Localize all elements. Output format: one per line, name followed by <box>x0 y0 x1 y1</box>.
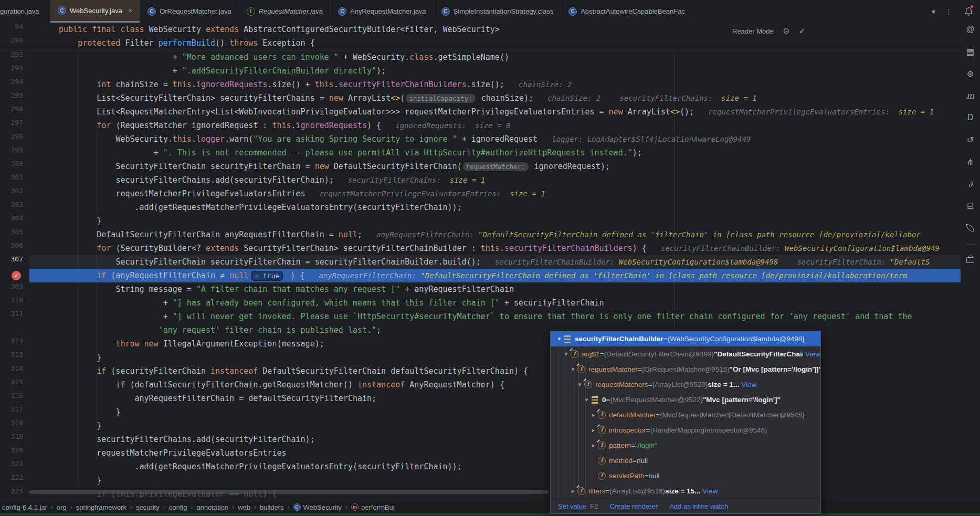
line-number-288[interactable]: 288 <box>0 36 23 44</box>
line-number-292[interactable]: 292 <box>0 50 23 58</box>
code-line-305[interactable]: 305 DefaultSecurityFilterChain anyReques… <box>0 228 961 241</box>
breadcrumb-item-annotation[interactable]: annotation <box>196 503 228 511</box>
ai-assistant-icon[interactable]: @ <box>964 23 977 36</box>
history-icon[interactable]: ↺ <box>964 133 977 146</box>
tab-orrequestmatcher-java[interactable]: COrRequestMatcher.java <box>140 0 239 23</box>
breakpoint-icon[interactable]: ✓ <box>12 271 21 280</box>
create-renderer-action[interactable]: Create renderer <box>609 502 658 510</box>
breadcrumb-item-performbui[interactable]: mperformBui <box>351 503 395 511</box>
breadcrumb-item-springframework[interactable]: springframework <box>76 503 127 511</box>
printer-icon[interactable]: ⊟ <box>964 199 977 213</box>
code-line-303[interactable]: 303 .add(getRequestMatcherPrivilegeEvalu… <box>0 201 961 214</box>
line-number-94[interactable]: 94 <box>0 23 23 30</box>
tabs-chevron-down-icon[interactable]: ▾ <box>927 0 940 23</box>
line-number-304[interactable]: 304 <box>0 214 23 222</box>
chevron-right-icon[interactable]: ▸ <box>589 442 598 449</box>
line-number-310[interactable]: 310 <box>0 296 23 304</box>
line-number-311[interactable]: 311 <box>0 310 23 318</box>
tabs-more-icon[interactable]: ⋮ <box>940 0 957 23</box>
line-number-306[interactable]: 306 <box>0 241 23 249</box>
variable-row-requestmatchers[interactable]: ▾frequestMatchers = {ArrayList@9520} siz… <box>551 377 820 392</box>
line-number-317[interactable]: 317 <box>0 405 23 413</box>
line-number-318[interactable]: 318 <box>0 419 23 427</box>
chevron-down-icon[interactable]: ▾ <box>575 381 584 388</box>
code-line-296[interactable]: 296 List<RequestMatcherEntry<List<WebInv… <box>0 105 961 119</box>
variable-row-0[interactable]: ▾0 = {MvcRequestMatcher@9522} "Mvc [patt… <box>551 392 820 407</box>
variable-row-requestmatcher[interactable]: ▾frequestMatcher = {OrRequestMatcher@951… <box>551 362 820 377</box>
line-number-322[interactable]: 322 <box>0 473 23 481</box>
code-line-298[interactable]: 298 WebSecurity.this.logger.warn("You ar… <box>0 132 961 146</box>
chevron-right-icon[interactable]: ▸ <box>589 427 598 434</box>
toolbox-icon[interactable] <box>964 253 977 267</box>
set-value-action[interactable]: Set valueF2 <box>558 502 598 510</box>
code-line-308[interactable]: ✓ if (anyRequestFilterChain ≠ null= true… <box>0 269 961 282</box>
variable-row-servletpath[interactable]: fservletPath = null <box>551 468 820 483</box>
notifications-bell-icon[interactable] <box>957 0 980 23</box>
close-icon[interactable]: × <box>128 6 132 15</box>
line-number-293[interactable]: 293 <box>0 64 23 72</box>
line-number-316[interactable]: 316 <box>0 392 23 399</box>
breadcrumb-item-web[interactable]: web <box>238 503 250 511</box>
tab-requestmatcher-java[interactable]: IRequestMatcher.java <box>239 0 331 23</box>
tab-abstractautowirecapablebeanfac[interactable]: CAbstractAutowireCapableBeanFac <box>561 0 692 23</box>
code-line-302[interactable]: 302 requestMatcherPrivilegeEvaluatorsEnt… <box>0 187 961 201</box>
variable-row-defaultmatcher[interactable]: ▸fdefaultMatcher = {MvcRequestMatcher$De… <box>551 407 820 423</box>
view-link[interactable]: View <box>702 487 718 495</box>
line-number-312[interactable]: 312 <box>0 337 23 345</box>
line-number-294[interactable]: 294 <box>0 78 23 86</box>
inspections-disabled-icon[interactable]: ⊖ <box>783 26 790 36</box>
code-line-307[interactable]: 307 SecurityFilterChain securityFilterCh… <box>0 255 961 269</box>
line-number-321[interactable]: 321 <box>0 460 23 468</box>
chevron-down-icon[interactable]: ▾ <box>555 335 564 342</box>
add-as-inline-watch-action[interactable]: Add as inline watch <box>669 502 728 510</box>
tab-guration-java[interactable]: guration.java <box>0 0 50 23</box>
chevron-down-icon[interactable]: ▾ <box>568 366 577 373</box>
line-number-301[interactable]: 301 <box>0 173 23 181</box>
code-line-306[interactable]: 306 for (SecurityBuilder<? extends Secur… <box>0 241 961 255</box>
tab-anyrequestmatcher-java[interactable]: CAnyRequestMatcher.java <box>331 0 434 23</box>
breadcrumb-item-config-6-4-1-jar[interactable]: config-6.4.1.jar <box>2 503 47 511</box>
variable-row-pattern[interactable]: ▸fpattern = "/login" <box>551 438 820 453</box>
code-line-300[interactable]: 300 SecurityFilterChain securityFilterCh… <box>0 160 961 173</box>
code-line-293[interactable]: 293 + ".addSecurityFilterChainBuilder di… <box>0 64 961 78</box>
line-number-313[interactable]: 313 <box>0 351 23 359</box>
line-number-319[interactable]: 319 <box>0 433 23 440</box>
line-number-303[interactable]: 303 <box>0 201 23 208</box>
documentation-icon[interactable]: D <box>964 111 977 124</box>
variable-row-filters[interactable]: ▸ffilters = {ArrayList@9516} size = 15..… <box>551 483 820 499</box>
tab-simpleinstantiationstrategy-class[interactable]: CSimpleInstantiationStrategy.class <box>434 0 562 23</box>
breadcrumb-item-config[interactable]: config <box>169 503 187 511</box>
line-number-315[interactable]: 315 <box>0 378 23 386</box>
line-number-307[interactable]: 307 <box>0 255 23 263</box>
database-icon[interactable]: ▤ <box>964 45 977 58</box>
code-line-292[interactable]: 292 + "More advanced users can invoke " … <box>0 50 961 64</box>
line-number-323[interactable]: 323 <box>0 487 23 495</box>
line-number-320[interactable]: 320 <box>0 446 23 454</box>
line-number-295[interactable]: 295 <box>0 91 23 99</box>
horizontal-scrollbar[interactable] <box>29 490 549 494</box>
variable-row-arg-1[interactable]: ▾farg$1 = {DefaultSecurityFilterChain@94… <box>551 346 820 362</box>
code-line-94[interactable]: 94public final class WebSecurity extends… <box>0 23 961 36</box>
code-line-301[interactable]: 301 securityFilterChains.add(securityFil… <box>0 173 961 187</box>
tab-websecurity-java[interactable]: CWebSecurity.java× <box>50 0 140 23</box>
inspections-ok-icon[interactable]: ✓ <box>799 27 805 35</box>
line-number-302[interactable]: 302 <box>0 187 23 195</box>
maven-icon[interactable]: m <box>964 89 977 102</box>
code-line-311[interactable]: 311 + "] will never get invoked. Please … <box>0 310 961 323</box>
chevron-down-icon[interactable]: ▾ <box>562 351 571 357</box>
code-line-295[interactable]: 295 List<SecurityFilterChain> securityFi… <box>0 91 961 105</box>
line-number-299[interactable]: 299 <box>0 146 23 154</box>
line-number-309[interactable]: 309 <box>0 282 23 290</box>
line-number-314[interactable]: 314 <box>0 364 23 372</box>
code-line-310[interactable]: 310 + "] has already been configured, wh… <box>0 296 961 310</box>
breadcrumb-item-builders[interactable]: builders <box>260 503 284 511</box>
view-link[interactable]: View <box>805 350 820 358</box>
variable-row-method[interactable]: fmethod = null <box>551 453 820 468</box>
line-number-300[interactable]: 300 <box>0 160 23 167</box>
code-line-288[interactable]: 288 protected Filter performBuild() thro… <box>0 36 961 50</box>
chevron-right-icon[interactable]: ▸ <box>568 488 577 494</box>
code-editor[interactable]: 292 + "More advanced users can invoke " … <box>0 23 980 501</box>
line-number-298[interactable]: 298 <box>0 132 23 140</box>
chevron-down-icon[interactable]: ▾ <box>582 396 591 403</box>
code-line-299[interactable]: 299 + ". This is not recommended -- plea… <box>0 146 961 160</box>
